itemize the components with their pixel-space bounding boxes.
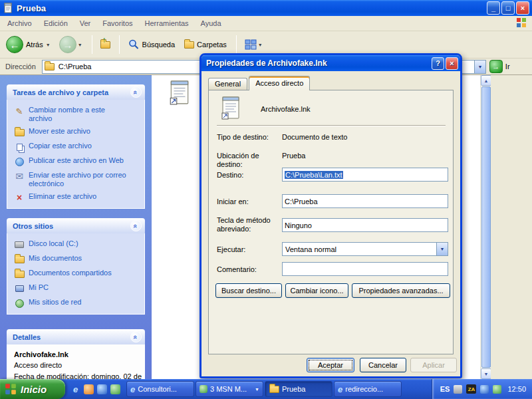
collapse-chevron-icon[interactable]: «: [130, 86, 142, 98]
minimize-button[interactable]: _: [487, 1, 500, 15]
back-dropdown-icon: ▼: [46, 43, 51, 47]
ok-button[interactable]: Aceptar: [307, 358, 354, 372]
tab-acceso-directo[interactable]: Acceso directo: [249, 76, 310, 90]
menu-bar: Archivo Edición Ver Favoritos Herramient…: [0, 16, 532, 31]
advanced-properties-button[interactable]: Propiedades avanzadas...: [352, 283, 450, 298]
maximize-button[interactable]: □: [501, 1, 515, 15]
taskbar-clock[interactable]: 12:50: [507, 385, 526, 393]
forward-button[interactable]: → ▼: [57, 35, 86, 55]
find-target-button[interactable]: Buscar destino...: [215, 283, 282, 298]
up-button[interactable]: ↑: [98, 38, 113, 51]
ie-icon: e: [130, 384, 135, 394]
other-places-panel: Otros sitios « Disco local (C:) Mis docu…: [7, 218, 145, 315]
menu-ayuda[interactable]: Ayuda: [195, 17, 227, 30]
menu-herramientas[interactable]: Herramientas: [139, 17, 195, 30]
menu-ver[interactable]: Ver: [74, 17, 97, 30]
file-icon[interactable]: [168, 79, 192, 107]
task-rename-file[interactable]: ✎ Cambiar nombre a este archivo: [14, 106, 142, 123]
dialog-tabs: General Acceso directo: [208, 75, 311, 90]
close-button[interactable]: ×: [516, 1, 529, 15]
tray-network-icon[interactable]: [480, 385, 489, 394]
window-titlebar: Prueba _ □ ×: [0, 0, 532, 16]
collapse-chevron-icon[interactable]: «: [130, 331, 142, 342]
place-my-pc[interactable]: Mi PC: [14, 283, 142, 294]
ie-icon: e: [338, 384, 342, 394]
target-input[interactable]: C:\Prueba\Lan.txt: [282, 168, 448, 182]
place-my-documents[interactable]: Mis documentos: [14, 254, 142, 265]
dialog-close-button[interactable]: ×: [446, 57, 458, 70]
run-select[interactable]: Ventana normal ▼: [282, 242, 448, 256]
details-file-type: Acceso directo: [14, 361, 142, 370]
disk-icon: [14, 239, 25, 250]
views-dropdown-icon: ▼: [258, 43, 263, 47]
copy-icon: [14, 142, 25, 152]
other-places-header[interactable]: Otros sitios «: [7, 218, 145, 233]
shortcut-key-input[interactable]: Ninguno: [282, 218, 448, 232]
comment-input[interactable]: [282, 262, 448, 276]
file-tasks-header[interactable]: Tareas de archivo y carpeta «: [7, 84, 145, 100]
collapse-chevron-icon[interactable]: «: [130, 220, 142, 231]
scroll-down-icon[interactable]: ▼: [481, 368, 491, 379]
taskbar-item-msn-group[interactable]: 3 MSN M... ▼: [196, 381, 263, 397]
task-delete-file[interactable]: × Eliminar este archivo: [14, 192, 142, 203]
group-dropdown-icon: ▼: [255, 387, 259, 392]
tab-general[interactable]: General: [208, 78, 247, 90]
quicklaunch-player-icon[interactable]: [84, 384, 94, 394]
apply-button[interactable]: Aplicar: [410, 358, 457, 372]
back-button[interactable]: ← Atrás ▼: [4, 35, 54, 55]
tray-keyboard-icon[interactable]: [454, 385, 462, 394]
change-icon-button[interactable]: Cambiar icono...: [285, 283, 348, 298]
taskbar-item-prueba[interactable]: Prueba: [265, 381, 332, 397]
taskbar-item-consultori[interactable]: e Consultori...: [126, 381, 194, 397]
cancel-button[interactable]: Cancelar: [360, 358, 406, 372]
vertical-scrollbar[interactable]: ▲ ▼: [480, 75, 491, 379]
dialog-help-button[interactable]: ?: [432, 57, 444, 70]
menu-favoritos[interactable]: Favoritos: [96, 17, 138, 30]
tray-antivirus-icon[interactable]: [493, 385, 501, 394]
start-button[interactable]: Inicio: [0, 379, 65, 399]
run-label: Ejecutar:: [217, 245, 282, 254]
details-header[interactable]: Detalles «: [7, 329, 145, 344]
window-icon: [3, 3, 13, 13]
msn-icon: [200, 385, 207, 393]
quicklaunch-ie-icon[interactable]: e: [70, 384, 80, 394]
search-button[interactable]: Búsqueda: [126, 37, 179, 52]
separator: [217, 125, 446, 126]
target-type-label: Tipo de destino:: [217, 133, 282, 142]
windows-logo-icon: [516, 17, 527, 29]
scroll-up-icon[interactable]: ▲: [481, 75, 491, 86]
place-local-disk[interactable]: Disco local (C:): [14, 239, 142, 250]
back-arrow-icon: ←: [6, 36, 23, 53]
taskbar: Inicio e e Consultori... 3 MSN M... ▼ Pr…: [0, 379, 532, 399]
menu-archivo[interactable]: Archivo: [1, 17, 38, 30]
search-icon: [128, 39, 140, 51]
go-button[interactable]: → Ir: [489, 60, 510, 73]
quicklaunch-msn-icon[interactable]: [110, 384, 120, 394]
place-network[interactable]: Mis sitios de red: [14, 298, 142, 309]
taskbar-item-redireccio[interactable]: e redireccio...: [334, 381, 402, 397]
menu-edicion[interactable]: Edición: [38, 17, 74, 30]
details-file-name: Archivofake.lnk: [14, 350, 142, 358]
task-copy-file[interactable]: Copiar este archivo: [14, 142, 142, 152]
move-icon: [14, 127, 25, 138]
task-move-file[interactable]: Mover este archivo: [14, 127, 142, 138]
tray-zonealarm-icon[interactable]: ZA: [466, 384, 476, 394]
window-title: Prueba: [17, 3, 485, 13]
toolbar-separator: [119, 35, 120, 54]
folders-button[interactable]: Carpetas: [182, 38, 230, 51]
address-dropdown-icon[interactable]: ▼: [474, 61, 485, 73]
language-indicator[interactable]: ES: [440, 385, 450, 393]
run-dropdown-icon[interactable]: ▼: [436, 243, 448, 255]
task-publish-file[interactable]: Publicar este archivo en Web: [14, 156, 142, 167]
place-shared-documents[interactable]: Documentos compartidos: [14, 269, 142, 279]
toolbar-separator: [92, 35, 92, 54]
desktop-screen: Prueba _ □ × Archivo Edición Ver Favorit…: [0, 0, 532, 399]
quicklaunch-messenger-icon[interactable]: [97, 384, 107, 394]
start-in-input[interactable]: C:\Prueba: [282, 194, 448, 208]
computer-icon: [14, 283, 25, 294]
address-label: Dirección: [3, 63, 39, 70]
dialog-titlebar: Propiedades de Archivofake.lnk ? ×: [201, 55, 460, 71]
views-button[interactable]: ▼: [243, 37, 266, 52]
scroll-thumb[interactable]: [481, 86, 491, 368]
task-email-file[interactable]: ✉ Enviar este archivo por correo electró…: [14, 171, 142, 188]
